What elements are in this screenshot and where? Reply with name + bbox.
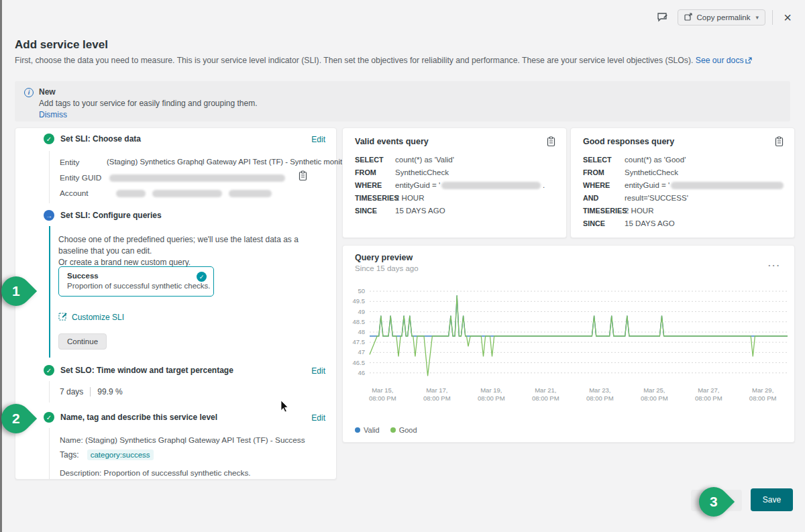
svg-text:Mar 15,: Mar 15, xyxy=(372,386,393,394)
chevron-down-icon: ▾ xyxy=(755,14,759,21)
continue-button[interactable]: Continue xyxy=(58,333,107,350)
svg-text:49: 49 xyxy=(358,308,365,315)
copy-query-icon[interactable] xyxy=(775,136,784,149)
new-feature-banner: i New Add tags to your service for easil… xyxy=(15,81,790,121)
query-preview-card: Query preview Since 15 days ago ··· 5049… xyxy=(342,245,795,443)
tags-label: Tags: xyxy=(60,450,79,460)
query-row: WHEREentityGuid = ' xyxy=(583,181,784,189)
entity-label: Entity xyxy=(60,158,80,167)
copy-query-icon[interactable] xyxy=(547,136,555,149)
copy-permalink-button[interactable]: Copy permalink ▾ xyxy=(678,9,765,25)
svg-text:49.5: 49.5 xyxy=(353,297,366,305)
slo-target: 99.9 % xyxy=(97,387,122,396)
selected-check-icon: ✓ xyxy=(197,272,207,282)
permalink-icon xyxy=(684,13,693,22)
guid-redacted xyxy=(441,182,541,189)
step-choose-data-header: ✓ Set SLI: Choose data xyxy=(44,134,141,144)
entity-guid-redacted-value xyxy=(109,174,285,182)
svg-text:08:00 PM: 08:00 PM xyxy=(586,394,614,402)
slo-values: 7 days 99.9 % xyxy=(60,387,123,396)
query-row: TIMESERIES2 HOUR xyxy=(583,207,653,215)
entity-guid-label: Entity GUID xyxy=(60,173,101,182)
edit-choose-data-link[interactable]: Edit xyxy=(311,135,325,144)
info-icon: i xyxy=(24,88,34,97)
query-row: FROMSyntheticCheck xyxy=(355,168,449,176)
svg-text:Mar 23,: Mar 23, xyxy=(589,386,610,394)
query-preview-title: Query preview xyxy=(355,253,413,262)
svg-text:Mar 17,: Mar 17, xyxy=(426,386,447,394)
svg-text:Mar 29,: Mar 29, xyxy=(752,386,773,394)
step-complete-icon: ✓ xyxy=(44,365,54,376)
query-row: SINCE15 DAYS AGO xyxy=(355,207,445,215)
good-series-dot xyxy=(390,427,396,433)
svg-text:47.5: 47.5 xyxy=(353,338,366,345)
step-connector xyxy=(49,381,50,403)
slo-divider xyxy=(90,387,91,396)
query-preview-subtitle: Since 15 days ago xyxy=(355,264,419,272)
svg-text:08:00 PM: 08:00 PM xyxy=(695,394,722,402)
service-level-description: Description: Proportion of successful sy… xyxy=(60,468,251,478)
dismiss-link[interactable]: Dismiss xyxy=(39,110,67,119)
legend-good[interactable]: Good xyxy=(390,426,417,434)
query-row: WHEREentityGuid = '. xyxy=(355,181,545,189)
copy-guid-icon[interactable] xyxy=(299,170,307,183)
query-row: SELECTcount(*) as 'Good' xyxy=(583,156,686,164)
active-step-connector xyxy=(49,226,50,358)
entity-value: (Staging) Synthetics Graphql Gateway API… xyxy=(107,158,349,166)
step-complete-icon: ✓ xyxy=(44,412,54,423)
external-link-icon xyxy=(745,56,752,66)
configure-queries-desc: Choose one of the predefined queries; we… xyxy=(58,234,313,268)
svg-text:46.5: 46.5 xyxy=(353,359,366,366)
step-configure-queries-header: → Set SLI: Configure queries xyxy=(44,210,162,221)
step-slo-header: ✓ Set SLO: Time window and target percen… xyxy=(44,365,233,376)
save-button[interactable]: Save xyxy=(751,488,793,511)
query-row: TIMESERIES2 HOUR xyxy=(355,194,424,202)
edit-slo-link[interactable]: Edit xyxy=(311,366,325,376)
svg-text:Mar 25,: Mar 25, xyxy=(643,386,665,394)
chart-options-icon[interactable]: ··· xyxy=(768,260,781,270)
svg-text:08:00 PM: 08:00 PM xyxy=(369,394,396,402)
query-row: ANDresult='SUCCESS' xyxy=(583,194,688,202)
guid-redacted xyxy=(671,182,784,189)
svg-text:47: 47 xyxy=(358,348,365,356)
page-subtitle: First, choose the data you need to measu… xyxy=(15,56,752,66)
account-redacted-value xyxy=(116,190,146,197)
mouse-cursor xyxy=(280,400,290,415)
add-service-level-panel: Copy permalink ▾ × Add service level Fir… xyxy=(0,0,805,532)
chart-legend: Valid Good xyxy=(355,426,417,434)
svg-text:50: 50 xyxy=(358,287,365,295)
window-edge xyxy=(0,0,2,532)
step-choose-data-title: Set SLI: Choose data xyxy=(60,134,141,144)
step-naming-title: Name, tag and describe this service leve… xyxy=(60,413,217,422)
account-redacted-value xyxy=(229,190,272,197)
customize-sli-link[interactable]: Customize SLI xyxy=(58,311,124,323)
query-option-desc: Proportion of successful synthetic check… xyxy=(67,282,211,290)
slo-window: 7 days xyxy=(60,387,83,396)
close-icon[interactable]: × xyxy=(780,9,796,25)
step-naming-header: ✓ Name, tag and describe this service le… xyxy=(44,412,217,423)
tag-category-success[interactable]: category:success xyxy=(87,449,154,460)
step-current-icon: → xyxy=(44,210,54,221)
svg-text:Mar 19,: Mar 19, xyxy=(480,386,502,394)
good-responses-query-card: Good responses query SELECTcount(*) as '… xyxy=(570,127,795,238)
query-row: FROMSyntheticCheck xyxy=(583,168,678,176)
legend-valid[interactable]: Valid xyxy=(355,426,380,434)
edit-naming-link[interactable]: Edit xyxy=(311,413,325,423)
svg-text:08:00 PM: 08:00 PM xyxy=(749,394,777,402)
step-connector xyxy=(49,151,50,203)
service-level-name: Name: (Staging) Synthetics Graphql Gatew… xyxy=(60,435,305,445)
svg-text:08:00 PM: 08:00 PM xyxy=(641,394,668,402)
banner-body: Add tags to your service for easily find… xyxy=(39,99,258,108)
query-row: SINCE15 DAYS AGO xyxy=(583,219,675,227)
query-option-success[interactable]: Success Proportion of successful synthet… xyxy=(58,266,214,297)
svg-text:Mar 27,: Mar 27, xyxy=(698,386,719,394)
sli-steps-card: ✓ Set SLI: Choose data Edit Entity (Stag… xyxy=(15,127,337,480)
svg-text:46: 46 xyxy=(358,369,365,376)
svg-text:48.5: 48.5 xyxy=(353,318,366,325)
valid-series-dot xyxy=(355,427,360,433)
feedback-icon[interactable] xyxy=(655,9,671,25)
see-our-docs-link[interactable]: See our docs xyxy=(696,56,744,65)
step-connector xyxy=(49,428,50,479)
topbar: Copy permalink ▾ × xyxy=(655,9,796,25)
annotation-badge-3: 3 xyxy=(693,481,735,523)
